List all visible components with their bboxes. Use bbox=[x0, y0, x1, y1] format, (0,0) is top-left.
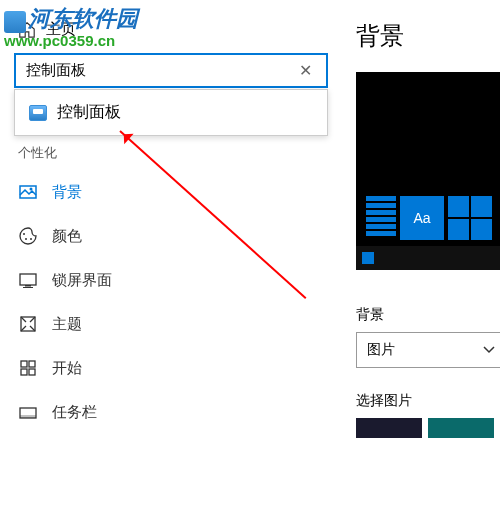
control-panel-icon bbox=[29, 105, 47, 121]
svg-point-2 bbox=[23, 233, 25, 235]
watermark-title: 河东软件园 bbox=[28, 6, 138, 31]
suggestion-control-panel[interactable]: 控制面板 bbox=[15, 90, 327, 135]
svg-point-1 bbox=[30, 188, 33, 191]
sidebar: 主页 ✕ 控制面板 个性化 背景 bbox=[0, 0, 340, 515]
preview-sample-text: Aa bbox=[400, 196, 444, 240]
colors-icon bbox=[18, 226, 38, 246]
lockscreen-icon bbox=[18, 270, 38, 290]
svg-point-4 bbox=[30, 238, 32, 240]
clear-icon[interactable]: ✕ bbox=[295, 61, 316, 80]
search-suggestions: 控制面板 bbox=[14, 89, 328, 136]
choose-picture-label: 选择图片 bbox=[356, 392, 500, 410]
sidebar-item-taskbar[interactable]: 任务栏 bbox=[14, 390, 326, 434]
background-select-value: 图片 bbox=[367, 341, 395, 359]
suggestion-label: 控制面板 bbox=[57, 102, 121, 123]
picture-thumbnails bbox=[356, 418, 500, 438]
background-select[interactable]: 图片 bbox=[356, 332, 500, 368]
svg-rect-10 bbox=[29, 361, 35, 367]
background-label: 背景 bbox=[356, 306, 500, 324]
sidebar-item-label: 开始 bbox=[52, 359, 82, 378]
svg-rect-6 bbox=[25, 285, 31, 287]
search-input[interactable] bbox=[26, 62, 295, 79]
svg-rect-9 bbox=[21, 361, 27, 367]
chevron-down-icon bbox=[483, 346, 495, 354]
nav-list: 背景 颜色 锁屏界面 主题 bbox=[14, 170, 326, 434]
category-label: 个性化 bbox=[18, 144, 326, 162]
svg-rect-7 bbox=[23, 287, 33, 288]
picture-thumb[interactable] bbox=[356, 418, 422, 438]
watermark-logo-icon bbox=[4, 11, 26, 33]
sidebar-item-label: 主题 bbox=[52, 315, 82, 334]
sidebar-item-label: 背景 bbox=[52, 183, 82, 202]
taskbar-icon bbox=[18, 402, 38, 422]
svg-rect-12 bbox=[29, 369, 35, 375]
svg-rect-5 bbox=[20, 274, 36, 285]
svg-rect-11 bbox=[21, 369, 27, 375]
svg-point-3 bbox=[25, 238, 27, 240]
themes-icon bbox=[18, 314, 38, 334]
search-box[interactable]: ✕ bbox=[14, 53, 328, 88]
sidebar-item-label: 任务栏 bbox=[52, 403, 97, 422]
desktop-preview: Aa bbox=[356, 72, 500, 270]
sidebar-item-label: 颜色 bbox=[52, 227, 82, 246]
picture-thumb[interactable] bbox=[428, 418, 494, 438]
sidebar-item-lockscreen[interactable]: 锁屏界面 bbox=[14, 258, 326, 302]
sidebar-item-colors[interactable]: 颜色 bbox=[14, 214, 326, 258]
sidebar-item-themes[interactable]: 主题 bbox=[14, 302, 326, 346]
sidebar-item-label: 锁屏界面 bbox=[52, 271, 112, 290]
svg-rect-14 bbox=[20, 415, 36, 418]
watermark-url: www.pc0359.cn bbox=[4, 32, 138, 49]
sidebar-item-start[interactable]: 开始 bbox=[14, 346, 326, 390]
watermark: 河东软件园 www.pc0359.cn bbox=[4, 4, 138, 49]
start-icon bbox=[18, 358, 38, 378]
content-area: 背景 Aa 背景 图片 bbox=[340, 0, 500, 515]
page-title: 背景 bbox=[356, 20, 500, 52]
background-icon bbox=[18, 182, 38, 202]
